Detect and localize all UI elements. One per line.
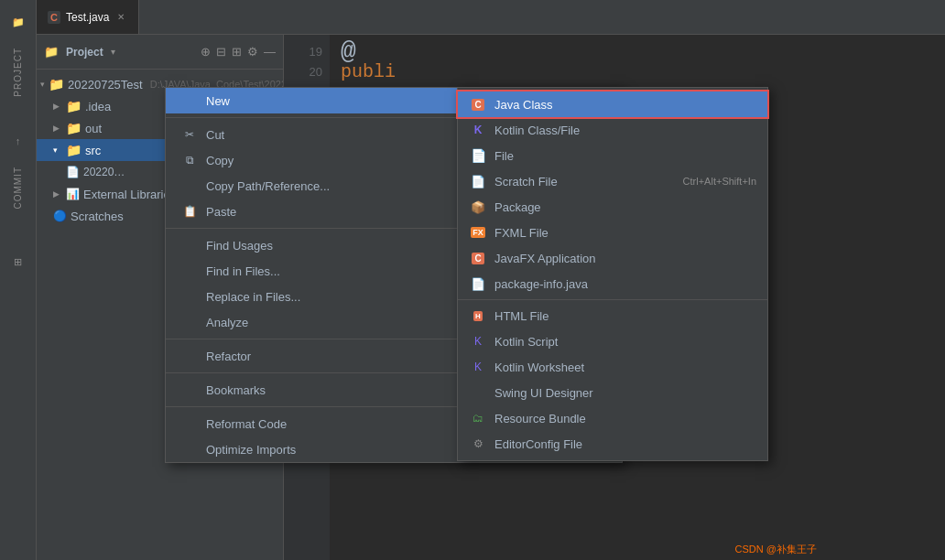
submenu-item-javaclass[interactable]: C Java Class [458,92,767,117]
ext-icon: 📊 [66,188,80,200]
javafx-icon: C [469,249,487,267]
resource-icon: 🗂 [469,409,487,427]
swing-icon [469,383,487,402]
submenu-item-kotlinworksheet[interactable]: K Kotlin Worksheet [458,354,767,380]
submenu: C Java Class K Kotlin Class/File 📄 File … [457,87,768,461]
submenu-item-javafx[interactable]: C JavaFX Application [458,245,767,271]
submenu-item-kotlinclass[interactable]: K Kotlin Class/File [458,117,767,143]
package-label: Package [494,200,756,214]
left-toolbar: 📁 Project ↑ Commit ⊞ [0,0,37,560]
file-label: File [494,149,756,163]
project-icon[interactable]: 📁 [4,7,33,37]
code-line-20: publi [341,62,934,82]
panel-header-icons: ⊕ ⊟ ⊞ ⚙ — [201,45,276,59]
root-label: 20220725Test [68,78,143,92]
ext-arrow: ▶ [53,189,62,199]
expand-icon[interactable]: ⊞ [232,45,242,59]
structure-icon[interactable]: ⊞ [4,247,33,276]
fxml-label: FXML File [494,226,756,240]
tab-test-java[interactable]: C Test.java ✕ [37,0,139,34]
submenu-item-pkginfo[interactable]: 📄 package-info.java [458,271,767,296]
out-folder-icon: 📁 [66,121,81,135]
paste-icon: 📋 [180,205,199,218]
submenu-item-editorconfig[interactable]: ⚙ EditorConfig File [458,431,767,457]
collapse-icon[interactable]: ⊟ [216,45,226,59]
panel-folder-icon: 📁 [44,45,59,59]
swing-label: Swing UI Designer [494,386,756,400]
panel-title: Project [66,46,103,59]
line-number-20: 20 [284,62,322,82]
mainfile-label: 20220… [83,166,125,178]
scratch-icon: 📄 [469,172,487,190]
javafx-label: JavaFX Application [494,252,756,265]
javaclass-icon: C [469,95,487,113]
submenu-item-file[interactable]: 📄 File [458,143,767,168]
submenu-item-package[interactable]: 📦 Package [458,194,767,220]
kotlinworksheet-label: Kotlin Worksheet [494,361,756,374]
tab-java-icon: C [48,11,60,24]
pkginfo-icon: 📄 [469,275,487,293]
line-number-19: 19 [284,42,322,62]
commit-label[interactable]: Commit [11,159,25,217]
tab-label: Test.java [66,11,109,24]
src-folder-icon: 📁 [66,143,81,157]
sync-icon[interactable]: ⊕ [201,45,211,59]
resource-label: Resource Bundle [494,412,756,425]
tab-close-button[interactable]: ✕ [114,11,127,24]
html-label: HTML File [494,309,756,323]
submenu-item-kotlinscript[interactable]: K Kotlin Script [458,328,767,354]
editorconfig-label: EditorConfig File [494,437,756,451]
root-arrow: ▾ [40,80,45,89]
csdn-watermark: CSDN @补集王子 [735,543,817,556]
commit-icon[interactable]: ↑ [4,126,33,156]
file-icon-sub: 📄 [469,146,487,165]
minimize-icon[interactable]: — [264,45,276,59]
idea-arrow: ▶ [53,102,62,111]
project-label[interactable]: Project [11,40,25,104]
ext-label: External Libraries [83,188,176,201]
settings-icon[interactable]: ⚙ [247,45,258,59]
root-folder-icon: 📁 [49,77,64,92]
scratches-icon: 🔵 [53,210,67,222]
pkginfo-label: package-info.java [494,277,756,291]
submenu-item-fxml[interactable]: FX FXML File [458,220,767,245]
copy-icon: ⧉ [180,154,199,167]
code-line-19: @ [341,42,934,62]
submenu-item-resource[interactable]: 🗂 Resource Bundle [458,405,767,431]
panel-dropdown-icon[interactable]: ▾ [111,47,115,57]
editorconfig-icon: ⚙ [469,435,487,453]
kotlinclass-icon: K [469,121,487,139]
scratches-label: Scratches [71,210,124,223]
src-label: src [85,144,101,157]
kotlinscript-icon: K [469,332,487,350]
tab-bar: C Test.java ✕ [37,0,945,35]
submenu-item-html[interactable]: H HTML File [458,303,767,328]
kotlinworksheet-icon: K [469,358,487,376]
panel-header: 📁 Project ▾ ⊕ ⊟ ⊞ ⚙ — [37,35,283,70]
scratch-shortcut: Ctrl+Alt+Shift+In [683,176,756,187]
html-icon: H [469,307,487,325]
src-arrow: ▾ [53,145,62,155]
kotlinscript-label: Kotlin Script [494,335,756,349]
submenu-item-scratch[interactable]: 📄 Scratch File Ctrl+Alt+Shift+In [458,168,767,194]
file-icon: 📄 [66,166,80,178]
fxml-icon: FX [469,223,487,242]
code-public: publi [341,61,396,82]
out-arrow: ▶ [53,124,62,133]
javaclass-label: Java Class [494,98,756,112]
out-label: out [85,122,102,135]
idea-label: .idea [85,100,111,113]
cut-icon: ✂ [180,128,199,141]
submenu-sep-1 [458,299,767,300]
idea-folder-icon: 📁 [66,99,81,113]
kotlinclass-label: Kotlin Class/File [494,124,756,137]
submenu-item-swing[interactable]: Swing UI Designer [458,380,767,405]
package-icon: 📦 [469,198,487,216]
scratch-label: Scratch File [494,175,676,188]
